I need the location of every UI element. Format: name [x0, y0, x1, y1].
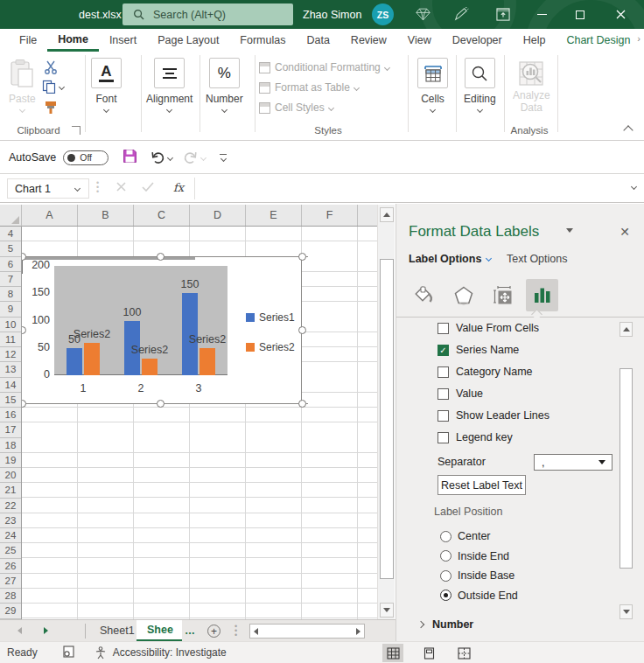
- name-box[interactable]: Chart 1: [7, 178, 89, 199]
- scroll-down-button[interactable]: [380, 603, 394, 618]
- embedded-chart[interactable]: 050100150200150Series22100Series23150Ser…: [22, 256, 302, 404]
- horizontal-scrollbar[interactable]: [249, 624, 365, 639]
- bar-series2-cat3[interactable]: [200, 348, 215, 375]
- tab-insert[interactable]: Insert: [99, 29, 147, 52]
- bar-series1-cat1[interactable]: [66, 348, 82, 375]
- redo-button[interactable]: [183, 150, 206, 164]
- row-header-27[interactable]: 27: [0, 574, 21, 589]
- column-header-E[interactable]: E: [246, 205, 302, 226]
- row-header-25[interactable]: 25: [0, 543, 21, 558]
- row-header-16[interactable]: 16: [0, 408, 21, 422]
- pane-scrollbar[interactable]: [620, 322, 633, 619]
- label-options-icon[interactable]: [526, 279, 558, 311]
- checkbox-category-name[interactable]: Category Name: [438, 363, 533, 380]
- data-label[interactable]: 100: [123, 306, 142, 318]
- expand-formula-bar-icon[interactable]: [631, 184, 637, 190]
- font-group-button[interactable]: A Font: [91, 58, 122, 112]
- checkbox-series-name[interactable]: ✓Series Name: [438, 341, 519, 359]
- scroll-left-button[interactable]: [254, 628, 258, 635]
- tab-help[interactable]: Help: [513, 29, 556, 52]
- tab-view[interactable]: View: [397, 29, 442, 52]
- row-header-7[interactable]: 7: [0, 272, 21, 287]
- format-painter-button[interactable]: [44, 101, 58, 117]
- next-sheet-button[interactable]: [44, 627, 48, 634]
- scrollbar-thumb[interactable]: [620, 368, 633, 569]
- tabbar-resize-dots[interactable]: •••: [234, 625, 237, 638]
- collapse-ribbon-icon[interactable]: [623, 125, 633, 135]
- column-header-B[interactable]: B: [78, 205, 134, 226]
- maximize-button[interactable]: [567, 0, 593, 29]
- insert-function-button[interactable]: fx: [173, 181, 184, 194]
- namebox-resize-dots[interactable]: •••: [96, 181, 99, 194]
- cut-button[interactable]: [44, 60, 58, 77]
- tab-developer[interactable]: Developer: [442, 29, 513, 52]
- bar-series2-cat2[interactable]: [142, 359, 158, 375]
- column-header-F[interactable]: F: [302, 205, 358, 226]
- cells-group-button[interactable]: Cells: [417, 58, 448, 112]
- column-header-A[interactable]: A: [22, 205, 78, 226]
- tab-label-options[interactable]: Label Options: [409, 253, 491, 265]
- pane-options-icon[interactable]: [566, 228, 573, 233]
- scroll-right-button[interactable]: [356, 628, 360, 635]
- legend-item-series1[interactable]: Series1: [246, 311, 295, 324]
- tab-review[interactable]: Review: [340, 29, 397, 52]
- enter-button[interactable]: [142, 182, 154, 194]
- row-header-21[interactable]: 21: [0, 483, 21, 498]
- row-header-12[interactable]: 12: [0, 347, 21, 362]
- undo-button[interactable]: [150, 150, 172, 164]
- size-properties-icon[interactable]: [486, 279, 519, 311]
- scroll-up-button[interactable]: [380, 207, 394, 222]
- row-header-20[interactable]: 20: [0, 468, 21, 483]
- tab-chart-design[interactable]: Chart Design: [556, 29, 640, 52]
- accessibility-status[interactable]: Accessibility: Investigate: [94, 646, 227, 660]
- row-header-23[interactable]: 23: [0, 513, 21, 528]
- scroll-up-button[interactable]: [620, 322, 633, 337]
- customize-qat-button[interactable]: [220, 154, 227, 161]
- row-header-11[interactable]: 11: [0, 332, 21, 347]
- row-header-5[interactable]: 5: [0, 241, 21, 256]
- new-sheet-button[interactable]: +: [207, 625, 220, 638]
- more-tabs-chevron-icon[interactable]: ›: [637, 33, 640, 44]
- clipboard-dialog-launcher[interactable]: [72, 126, 80, 135]
- bar-series2-cat1[interactable]: [84, 343, 100, 376]
- avatar[interactable]: ZS: [372, 3, 394, 25]
- row-header-8[interactable]: 8: [0, 287, 21, 302]
- fill-line-icon[interactable]: [408, 279, 440, 311]
- radio-outside-end[interactable]: Outside End: [440, 587, 518, 604]
- copy-button[interactable]: [42, 80, 64, 94]
- checkbox-legend-key[interactable]: Legend key: [438, 429, 513, 446]
- reset-label-text-button[interactable]: Reset Label Text: [438, 475, 526, 495]
- number-group-button[interactable]: % Number: [206, 58, 243, 112]
- row-header-24[interactable]: 24: [0, 528, 21, 543]
- grid-vertical-scrollbar[interactable]: [377, 205, 395, 619]
- row-header-13[interactable]: 13: [0, 362, 21, 377]
- ribbon-display-options-icon[interactable]: [490, 0, 516, 29]
- row-header-29[interactable]: 29: [0, 604, 21, 618]
- premium-diamond-icon[interactable]: [410, 0, 436, 29]
- page-layout-view-button[interactable]: [418, 644, 439, 662]
- cell-styles-button[interactable]: Cell Styles: [259, 101, 333, 114]
- user-name[interactable]: Zhao Simon: [303, 0, 361, 29]
- editing-group-button[interactable]: Editing: [464, 58, 496, 112]
- draw-pen-icon[interactable]: [448, 0, 474, 29]
- data-label[interactable]: Series2: [131, 344, 168, 356]
- conditional-formatting-button[interactable]: Conditional Formatting: [259, 61, 389, 73]
- row-header-22[interactable]: 22: [0, 499, 21, 513]
- checkbox-show-leader-lines[interactable]: Show Leader Lines: [438, 407, 550, 424]
- checkbox-value-from-cells[interactable]: Value From Cells: [438, 319, 539, 337]
- search-box[interactable]: Search (Alt+Q): [122, 3, 293, 25]
- minimize-button[interactable]: [528, 0, 555, 29]
- tab-text-options[interactable]: Text Options: [507, 253, 567, 265]
- row-header-6[interactable]: 6: [0, 257, 21, 272]
- format-as-table-button[interactable]: Format as Table: [259, 81, 359, 94]
- legend-item-series2[interactable]: Series2: [246, 341, 295, 353]
- tab-format[interactable]: Format: [640, 29, 644, 52]
- row-header-9[interactable]: 9: [0, 302, 21, 317]
- tab-data[interactable]: Data: [296, 29, 340, 52]
- effects-icon[interactable]: [447, 279, 480, 311]
- tab-home[interactable]: Home: [47, 29, 99, 52]
- data-label[interactable]: Series2: [74, 328, 110, 340]
- cancel-button[interactable]: [116, 181, 127, 195]
- data-label[interactable]: 150: [181, 278, 200, 290]
- paste-button[interactable]: Paste: [9, 59, 36, 112]
